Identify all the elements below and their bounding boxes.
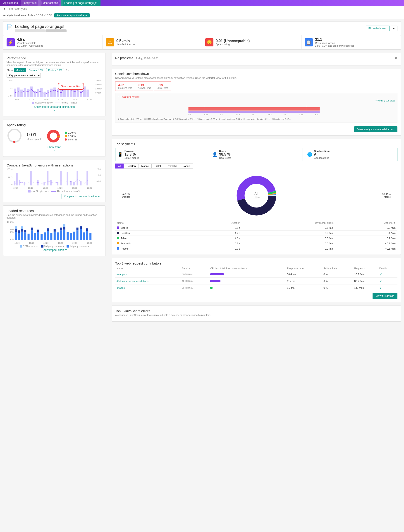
svg-point-23	[8, 129, 21, 142]
segments-table: Name Duration JavaScript errors Actions …	[115, 221, 398, 251]
stat-value-complete: 4.5 s	[17, 38, 43, 42]
svg-rect-34	[44, 182, 45, 185]
svg-rect-50	[21, 232, 23, 240]
performance-title: Performance	[6, 56, 102, 60]
apdex-rating-label: Unacceptable	[27, 138, 42, 141]
tab-synthetic[interactable]: Synthetic	[164, 164, 180, 168]
svg-rect-13	[57, 89, 59, 97]
pin-dashboard-button[interactable]: Pin to dashboard	[366, 26, 390, 31]
close-icon[interactable]: ✕	[395, 56, 398, 60]
svg-rect-75	[70, 233, 72, 240]
svg-rect-58	[34, 233, 36, 240]
main-content: Performance View the impact of user acti…	[0, 50, 404, 325]
view-full-details-button[interactable]: View full details	[372, 293, 398, 299]
tab-slowest[interactable]: Slowest 10%	[27, 68, 45, 72]
svg-rect-51	[21, 229, 23, 232]
apdex-gauge	[6, 128, 22, 144]
breadcrumb-user-actions[interactable]: User actions	[40, 0, 61, 6]
metric-select[interactable]: Key performance metric	[6, 73, 41, 78]
svg-rect-4	[27, 89, 29, 97]
one-user-action-tooltip: One user action	[58, 83, 84, 90]
js-errors-card: Compare JavaScript errors with user acti…	[3, 160, 106, 202]
stat-icon-warning: ⚠	[106, 38, 114, 46]
breadcrumb-page[interactable]: Loading of page /orange.jsf	[61, 0, 100, 6]
svg-rect-6	[33, 91, 36, 97]
page-header-card: 📄 Loading of page /orange.jsf Type: Load…	[3, 21, 401, 35]
chevron-down-icon: ∨	[6, 109, 102, 112]
svg-point-103	[245, 184, 268, 207]
svg-rect-78	[76, 228, 79, 231]
col-js-errors: JavaScript errors	[242, 221, 335, 225]
table-row: Tablet 4.8 s 0.0 /min 0.2 /min	[115, 236, 398, 241]
show-impact-toggle[interactable]: Show impact chart ∨	[6, 248, 102, 252]
svg-rect-53	[24, 232, 26, 240]
stat-icon-resources: 📋	[305, 38, 313, 46]
tab-robots[interactable]: Robots	[180, 164, 194, 168]
stat-icon-performance: ⚡	[6, 38, 15, 46]
svg-text:0 s: 0 s	[189, 114, 191, 116]
web-requests-table: Name Service CPU vs. total time consumpt…	[115, 266, 398, 291]
users-icon: 👤	[212, 152, 217, 157]
svg-rect-33	[37, 180, 38, 186]
svg-rect-66	[54, 232, 56, 240]
stat-visually-complete: ⚡ 4.5 s Visually complete 11.1 /min User…	[3, 35, 103, 49]
apdex-content: 0.01 Unacceptable 0.00 %	[6, 128, 102, 144]
col-duration: Duration	[188, 221, 242, 225]
col-name: Name	[115, 221, 188, 225]
svg-rect-61	[40, 234, 43, 240]
tab-fastest[interactable]: Fastest 10%	[46, 68, 64, 72]
chevron-down-icon-apdex: ∨	[6, 149, 102, 152]
svg-text:100%: 100%	[253, 196, 259, 199]
timing-network: 0.1s Network time	[135, 82, 154, 91]
js-errors-section-title: Top 3 JavaScript errors	[115, 309, 398, 313]
compare-timeframe-button[interactable]: Compare to previous time frame	[62, 194, 102, 199]
table-row: Mobile 8.8 s 0.3 /min 5.6 /min	[115, 225, 398, 231]
donut-chart-container: All 100% 46.22 % Desktop 50.58 % Mobile	[115, 171, 398, 221]
remove-timeframe-button[interactable]: Remove analysis timeframe	[54, 13, 90, 17]
filter-input[interactable]	[8, 7, 53, 10]
svg-rect-42	[76, 171, 78, 186]
stat-value-apdex: 0.01 (Unacceptable)	[216, 39, 250, 43]
waterfall-button[interactable]: View analysis in waterfall chart	[354, 126, 398, 132]
breadcrumb-easytravel[interactable]: easytravel	[21, 0, 40, 6]
svg-text:2.5 s: 2.5 s	[268, 114, 271, 116]
svg-text:All: All	[254, 192, 259, 195]
js-errors-title: Compare JavaScript errors with user acti…	[6, 163, 102, 167]
show-trend-toggle[interactable]: Show trend ∨	[6, 144, 102, 153]
svg-rect-68	[57, 232, 59, 240]
resources-chart-svg	[14, 221, 92, 241]
svg-rect-87	[189, 107, 320, 110]
svg-rect-18	[73, 89, 76, 97]
breadcrumb-applications[interactable]: Applications	[0, 0, 21, 6]
performance-desc: View the impact of user activity on perf…	[6, 61, 102, 66]
wr-col-name: Name	[115, 266, 180, 271]
tab-desktop[interactable]: Desktop	[124, 164, 139, 168]
svg-rect-62	[44, 232, 46, 240]
tab-all[interactable]: All	[115, 164, 124, 168]
more-options-button[interactable]: ···	[391, 26, 398, 31]
svg-rect-2	[20, 90, 23, 97]
donut-chart-svg: All 100%	[234, 173, 279, 218]
tab-median[interactable]: Median	[14, 68, 26, 72]
svg-rect-82	[86, 231, 88, 240]
apdex-legend: 0.00 % 1.16 % 98.84 %	[65, 131, 77, 141]
svg-rect-31	[24, 182, 25, 186]
svg-rect-71	[63, 230, 65, 240]
svg-rect-80	[80, 226, 82, 229]
tab-mobile[interactable]: Mobile	[139, 164, 152, 168]
no-problems-title: No problems	[115, 56, 133, 60]
stat-resources: 📋 31.1 Resources /action 14.0 CDN and 3r…	[302, 35, 401, 49]
timeframe-bar: Analysis timeframe: Today, 10:08 - 10:38…	[0, 12, 404, 19]
tab-tablet[interactable]: Tablet	[152, 164, 164, 168]
waterfall-chart: ← Frustrating 400 ms ● Visually complete	[115, 93, 398, 123]
svg-rect-77	[76, 230, 79, 240]
stat-apdex: 😞 0.01 (Unacceptable) Apdex rating	[202, 35, 302, 49]
table-row: Images ec-Tomcat... 0.3 ms 0 % 147 /min …	[115, 284, 398, 291]
svg-text:1.5 s: 1.5 s	[236, 114, 240, 116]
show-contributors-toggle[interactable]: Show contributors and distribution ∨	[6, 104, 102, 113]
page-title: Loading of page /orange.jsf	[15, 24, 67, 29]
stat-js-errors: ⚠ 0.5 /min JavaScript errors	[103, 35, 202, 49]
svg-rect-38	[60, 171, 62, 186]
document-icon: 📄	[6, 24, 13, 30]
svg-rect-54	[24, 230, 26, 233]
